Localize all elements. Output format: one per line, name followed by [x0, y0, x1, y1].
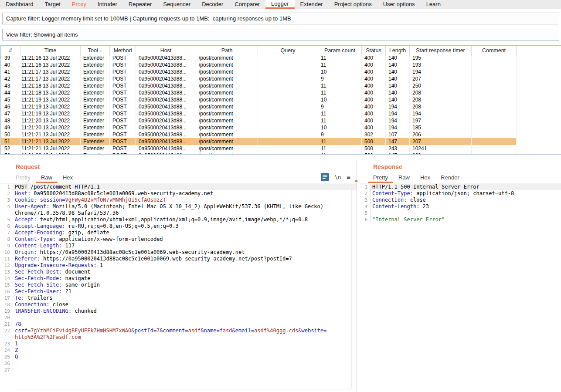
- line-number: 21: [0, 321, 13, 328]
- editor-line[interactable]: 1POST /post/comment HTTP/1.1: [0, 184, 357, 190]
- editor-line[interactable]: 2Content-Type: application/json; charset…: [357, 190, 561, 197]
- editor-line[interactable]: 2178: [0, 321, 357, 328]
- editor-line[interactable]: Chrome/71.0.3578.98 Safari/537.36: [0, 210, 357, 216]
- editor-line[interactable]: 13Sec-Fetch-Dest: document: [0, 269, 357, 275]
- editor-line[interactable]: 22csrf=7gYzhMCiFvi4gBEyUEEk7HmHSHM7xWAO&…: [0, 328, 357, 334]
- column-header-time[interactable]: Time: [20, 46, 81, 56]
- editor-line[interactable]: 10Origin: https://0a9500020413d88ac08c5c…: [0, 249, 357, 256]
- column-header-tool[interactable]: Tool∧: [81, 46, 110, 56]
- table-row[interactable]: 4911:21:20 13 Jul 2022ExtenderPOST0a9500…: [1, 124, 561, 131]
- column-header-comment[interactable]: Comment: [472, 46, 517, 56]
- line-content: Sec-Fetch-Mode: navigate: [13, 275, 90, 282]
- app-tab-comparer[interactable]: Comparer: [229, 0, 265, 9]
- request-editor-scrollbar[interactable]: [351, 184, 352, 389]
- editor-line[interactable]: 231: [0, 341, 357, 347]
- app-tab-logger[interactable]: Logger: [265, 0, 294, 9]
- table-cell-filler: [517, 110, 561, 117]
- column-header-method[interactable]: Method: [110, 46, 136, 56]
- response-tab-raw[interactable]: Raw: [393, 173, 415, 183]
- table-row[interactable]: 4611:21:19 13 Jul 2022ExtenderPOST0a9500…: [1, 103, 561, 110]
- app-tab-sequencer[interactable]: Sequencer: [157, 0, 196, 9]
- editor-line[interactable]: 25Q: [0, 354, 357, 360]
- table-row[interactable]: 5111:21:21 13 Jul 2022ExtenderPOST0a9500…: [1, 138, 561, 145]
- editor-line[interactable]: 1HTTP/1.1 500 Internal Server Error: [357, 184, 561, 190]
- editor-line[interactable]: 16Sec-Fetch-User: ?1: [0, 288, 357, 295]
- editor-line[interactable]: 11Referer: https://0a9500020413d88ac08c5…: [0, 256, 357, 262]
- app-tab-target[interactable]: Target: [39, 0, 66, 9]
- table-row[interactable]: 5211:21:21 13 Jul 2022ExtenderPOST0a9500…: [1, 145, 561, 152]
- response-tab-pretty[interactable]: Pretty: [368, 173, 393, 183]
- editor-line[interactable]: 7Accept-Encoding: gzip, deflate: [0, 230, 357, 236]
- table-horizontal-scrollbar[interactable]: [0, 155, 561, 159]
- editor-line[interactable]: 15Sec-Fetch-Site: same-origin: [0, 282, 357, 288]
- editor-line[interactable]: 5: [357, 210, 561, 216]
- response-tab-hex[interactable]: Hex: [415, 173, 435, 183]
- column-header-length[interactable]: Length: [386, 46, 410, 56]
- app-tab-learn[interactable]: Learn: [421, 0, 446, 9]
- editor-line[interactable]: 9Content-Length: 137: [0, 243, 357, 249]
- table-row[interactable]: 5011:21:21 13 Jul 2022ExtenderPOST0a9500…: [1, 131, 561, 138]
- table-row[interactable]: 4011:21:16 13 Jul 2022ExtenderPOST0a9500…: [1, 61, 561, 68]
- table-cell: [472, 56, 517, 61]
- table-cell: 400: [362, 124, 386, 131]
- app-tab-repeater[interactable]: Repeater: [123, 0, 157, 9]
- table-row[interactable]: 4211:21:17 13 Jul 2022ExtenderPOST0a9500…: [1, 75, 561, 82]
- editor-line[interactable]: 3Connection: close: [357, 197, 561, 203]
- response-tab-render[interactable]: Render: [435, 173, 465, 183]
- column-header-query[interactable]: Query: [258, 46, 318, 56]
- editor-line[interactable]: 27: [0, 367, 357, 373]
- editor-line[interactable]: 4Content-Length: 23: [357, 203, 561, 210]
- table-row[interactable]: 4511:21:19 13 Jul 2022ExtenderPOST0a9500…: [1, 96, 561, 103]
- app-tab-decoder[interactable]: Decoder: [196, 0, 229, 9]
- table-row[interactable]: 4411:21:18 13 Jul 2022ExtenderPOST0a9500…: [1, 89, 561, 96]
- editor-line[interactable]: 24Z: [0, 347, 357, 354]
- editor-line[interactable]: 6"Internal Server Error": [357, 216, 561, 223]
- editor-line[interactable]: 17Te: trailers: [0, 295, 357, 301]
- menu-icon[interactable]: ≡: [347, 173, 350, 181]
- column-header-status[interactable]: Status: [362, 46, 386, 56]
- editor-line[interactable]: 4User-Agent: Mozilla/5.0 (Macintosh; Int…: [0, 203, 357, 210]
- request-tab-hex[interactable]: Hex: [58, 173, 78, 183]
- table-row[interactable]: 4311:21:18 13 Jul 2022ExtenderPOST0a9500…: [1, 82, 561, 89]
- table-cell: POST: [110, 61, 136, 68]
- response-panel: Response PrettyRawHexRender 1HTTP/1.1 50…: [357, 159, 561, 392]
- column-header-host[interactable]: Host: [136, 46, 196, 56]
- app-tab-dashboard[interactable]: Dashboard: [0, 0, 39, 9]
- column-header-param-count[interactable]: Param count: [318, 46, 362, 56]
- editor-line[interactable]: 6Accept-Language: ru-RU,ru;q=0.8,en-US;q…: [0, 223, 357, 230]
- column-header-path[interactable]: Path: [196, 46, 258, 56]
- editor-line[interactable]: 14Sec-Fetch-Mode: navigate: [0, 275, 357, 282]
- app-tab-project-options[interactable]: Project options: [329, 0, 377, 9]
- wrap-toggle-icon[interactable]: [321, 173, 329, 181]
- table-cell: [472, 117, 517, 124]
- editor-line[interactable]: 19tRANSFER-ENCODING: chunked: [0, 308, 357, 314]
- editor-line[interactable]: 18Connection: close: [0, 301, 357, 308]
- editor-line[interactable]: 8Content-Type: application/x-www-form-ur…: [0, 236, 357, 243]
- app-tab-extender[interactable]: Extender: [295, 0, 329, 9]
- editor-line[interactable]: http%3A%2F%2Fasdf.com: [0, 334, 357, 341]
- capture-filter-bar[interactable]: Capture filter: Logger memory limit set …: [2, 13, 559, 24]
- editor-line[interactable]: 2Host: 0a9500020413d88ac08c5c1e001a0069.…: [0, 190, 357, 197]
- column-header-start-response-timer[interactable]: Start response timer: [410, 46, 472, 56]
- editor-line[interactable]: 3Cookie: session=VgFWy4D2vMfON7vMNMhjQ1S…: [0, 197, 357, 203]
- editor-line[interactable]: 12Upgrade-Insecure-Requests: 1: [0, 262, 357, 269]
- table-row[interactable]: 4811:21:20 13 Jul 2022ExtenderPOST0a9500…: [1, 117, 561, 124]
- column-header-num[interactable]: #: [1, 46, 20, 56]
- app-tab-user-options[interactable]: User options: [377, 0, 421, 9]
- editor-line[interactable]: 20: [0, 314, 357, 321]
- response-editor[interactable]: 1HTTP/1.1 500 Internal Server Error2Cont…: [357, 184, 561, 392]
- table-row[interactable]: 4711:21:19 13 Jul 2022ExtenderPOST0a9500…: [1, 110, 561, 117]
- app-tab-proxy[interactable]: Proxy: [66, 0, 92, 9]
- editor-line[interactable]: 26: [0, 360, 357, 367]
- request-editor[interactable]: 1POST /post/comment HTTP/1.12Host: 0a950…: [0, 184, 357, 392]
- view-filter-bar[interactable]: View filter: Showing all items: [2, 29, 559, 41]
- panel-splitter[interactable]: [357, 159, 357, 392]
- newline-icon[interactable]: \n: [335, 174, 341, 180]
- table-row[interactable]: 3911:21:16 13 Jul 2022ExtenderPOST0a9500…: [1, 56, 561, 61]
- line-number: 22: [0, 328, 13, 334]
- line-content: Connection: close: [371, 197, 426, 203]
- editor-line[interactable]: 5Accept: text/html,application/xhtml+xml…: [0, 216, 357, 223]
- request-tab-raw[interactable]: Raw: [36, 173, 58, 183]
- table-row[interactable]: 4111:21:17 13 Jul 2022ExtenderPOST0a9500…: [1, 68, 561, 75]
- app-tab-intruder[interactable]: Intruder: [92, 0, 123, 9]
